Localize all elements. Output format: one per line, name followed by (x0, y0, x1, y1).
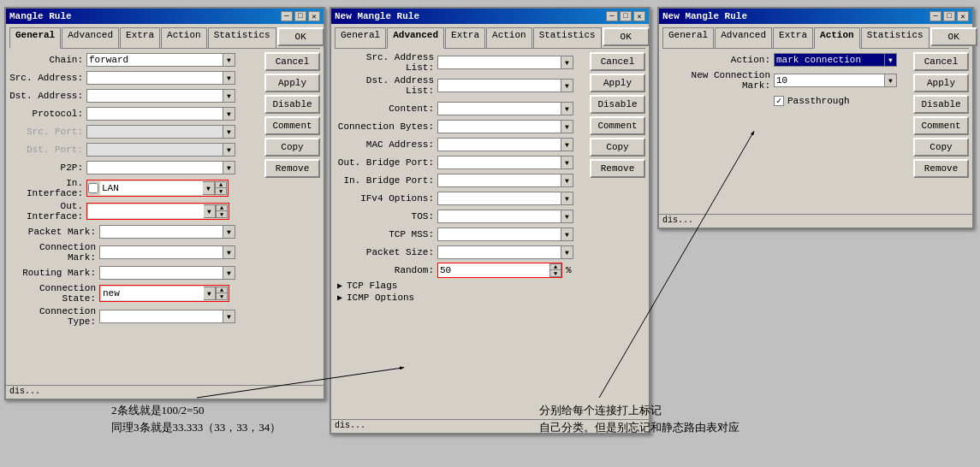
remove-btn-1[interactable]: Remove (264, 159, 320, 178)
ok-btn-1[interactable]: OK (277, 27, 324, 46)
mac-address-btn[interactable]: ▼ (561, 138, 573, 151)
remove-btn-3[interactable]: Remove (913, 159, 969, 178)
p2p-btn[interactable]: ▼ (223, 161, 235, 174)
tab-2-advanced[interactable]: Advanced (387, 27, 444, 49)
out-interface-dropdown-btn[interactable]: ▼ (204, 204, 216, 218)
connection-mark-input[interactable] (99, 245, 223, 259)
copy-btn-2[interactable]: Copy (590, 138, 645, 157)
maximize-btn-3[interactable]: □ (943, 11, 955, 21)
content-btn[interactable]: ▼ (561, 102, 573, 115)
close-btn-3[interactable]: ✕ (957, 11, 969, 21)
cancel-btn-1[interactable]: Cancel (264, 52, 320, 71)
maximize-btn-2[interactable]: □ (620, 11, 632, 21)
passthrough-checkbox[interactable]: ✓ (774, 96, 784, 106)
connection-state-dropdown-btn[interactable]: ▼ (204, 287, 216, 300)
src-address-input[interactable] (86, 71, 223, 85)
apply-btn-2[interactable]: Apply (590, 74, 645, 92)
dst-address-btn[interactable]: ▼ (223, 89, 235, 103)
random-down-btn[interactable]: ▼ (549, 270, 561, 277)
src-port-input[interactable] (86, 125, 223, 139)
ipv4-options-input[interactable] (437, 192, 561, 205)
src-address-list-btn[interactable]: ▼ (561, 56, 573, 69)
new-connection-mark-btn[interactable]: ▼ (885, 74, 897, 87)
tab-3-extra[interactable]: Extra (773, 27, 813, 48)
connection-state-input[interactable]: new (101, 287, 204, 300)
out-bridge-port-btn[interactable]: ▼ (561, 156, 573, 169)
apply-btn-3[interactable]: Apply (913, 74, 969, 92)
tab-1-general[interactable]: General (9, 27, 61, 49)
tab-2-extra[interactable]: Extra (445, 27, 485, 48)
chain-dropdown-btn[interactable]: ▼ (223, 53, 235, 67)
in-interface-down-btn[interactable]: ▼ (215, 188, 227, 195)
packet-size-input[interactable] (437, 245, 561, 259)
copy-btn-3[interactable]: Copy (913, 138, 969, 157)
ok-btn-2[interactable]: OK (603, 27, 650, 46)
in-interface-dropdown-btn[interactable]: ▼ (203, 181, 215, 195)
dst-address-list-input[interactable] (437, 79, 561, 92)
src-address-list-input[interactable] (437, 56, 561, 69)
out-bridge-port-input[interactable] (437, 156, 561, 169)
tab-2-general[interactable]: General (335, 27, 386, 48)
content-input[interactable] (437, 102, 561, 115)
comment-btn-3[interactable]: Comment (913, 116, 969, 135)
tab-3-statistics[interactable]: Statistics (861, 27, 930, 48)
disable-btn-3[interactable]: Disable (913, 95, 969, 114)
minimize-btn-2[interactable]: ─ (606, 11, 618, 21)
tab-1-advanced[interactable]: Advanced (62, 27, 119, 48)
connection-state-down-btn[interactable]: ▼ (216, 293, 228, 300)
p2p-input[interactable] (86, 161, 223, 174)
minimize-btn-3[interactable]: ─ (930, 11, 941, 21)
chain-input[interactable]: forward (86, 53, 223, 67)
protocol-btn[interactable]: ▼ (223, 107, 235, 121)
tcp-mss-btn[interactable]: ▼ (561, 228, 573, 241)
remove-btn-2[interactable]: Remove (590, 159, 645, 178)
out-interface-input[interactable] (88, 204, 204, 218)
action-dropdown-btn[interactable]: ▼ (885, 53, 897, 67)
tab-1-action[interactable]: Action (161, 27, 207, 48)
maximize-btn-1[interactable]: □ (294, 11, 306, 21)
action-input[interactable]: mark connection (774, 53, 885, 67)
in-bridge-port-btn[interactable]: ▼ (561, 174, 573, 187)
connection-bytes-btn[interactable]: ▼ (561, 120, 573, 133)
src-port-btn[interactable]: ▼ (223, 125, 235, 139)
tcp-flags-arrow[interactable]: ▶ (335, 281, 345, 291)
dst-port-btn[interactable]: ▼ (223, 143, 235, 157)
cancel-btn-3[interactable]: Cancel (913, 52, 969, 71)
ipv4-options-btn[interactable]: ▼ (561, 192, 573, 205)
tab-1-statistics[interactable]: Statistics (208, 27, 276, 48)
tab-3-action[interactable]: Action (814, 27, 860, 49)
new-connection-mark-input[interactable]: 10 (774, 74, 885, 87)
minimize-btn-1[interactable]: ─ (281, 11, 293, 21)
routing-mark-btn[interactable]: ▼ (223, 266, 235, 280)
tab-3-advanced[interactable]: Advanced (715, 27, 772, 48)
tos-input[interactable] (437, 210, 561, 223)
disable-btn-2[interactable]: Disable (590, 95, 645, 114)
packet-size-btn[interactable]: ▼ (561, 245, 573, 259)
random-input[interactable]: 50 (438, 263, 549, 277)
dst-address-list-btn[interactable]: ▼ (561, 79, 573, 92)
connection-type-input[interactable] (99, 310, 223, 323)
comment-btn-1[interactable]: Comment (264, 116, 320, 135)
copy-btn-1[interactable]: Copy (264, 138, 320, 157)
in-bridge-port-input[interactable] (437, 174, 561, 187)
cancel-btn-2[interactable]: Cancel (590, 52, 645, 71)
in-interface-input[interactable]: LAN (100, 181, 203, 195)
tab-2-action[interactable]: Action (486, 27, 532, 48)
tab-2-statistics[interactable]: Statistics (533, 27, 602, 48)
comment-btn-2[interactable]: Comment (590, 116, 645, 135)
in-interface-checkbox[interactable] (88, 183, 98, 193)
disable-btn-1[interactable]: Disable (264, 95, 320, 114)
src-address-btn[interactable]: ▼ (223, 71, 235, 85)
apply-btn-1[interactable]: Apply (264, 74, 320, 92)
routing-mark-input[interactable] (99, 266, 223, 280)
out-interface-down-btn[interactable]: ▼ (216, 211, 228, 218)
icmp-options-arrow[interactable]: ▶ (335, 293, 345, 303)
ok-btn-3[interactable]: OK (930, 27, 977, 46)
connection-bytes-input[interactable] (437, 120, 561, 133)
dst-port-input[interactable] (86, 143, 223, 157)
tcp-mss-input[interactable] (437, 228, 561, 241)
tab-3-general[interactable]: General (662, 27, 714, 48)
connection-type-btn[interactable]: ▼ (223, 310, 235, 323)
dst-address-input[interactable] (86, 89, 223, 103)
close-btn-1[interactable]: ✕ (308, 11, 320, 21)
